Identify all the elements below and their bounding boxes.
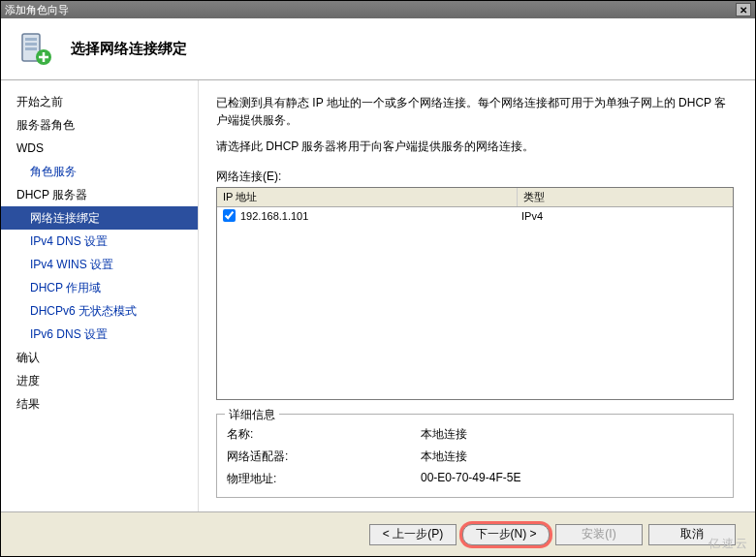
sidebar-item-3[interactable]: 角色服务: [1, 160, 198, 183]
row-ip: 192.168.1.101: [236, 210, 521, 222]
server-plus-icon: [16, 30, 55, 69]
sidebar-item-10[interactable]: IPv6 DNS 设置: [1, 323, 198, 346]
main-panel: 已检测到具有静态 IP 地址的一个或多个网络连接。每个网络连接都可用于为单独子网…: [199, 80, 755, 511]
wizard-window: 添加角色向导 ✕ 选择网络连接绑定 开始之前服务器角色WDS角色服务DHCP 服…: [0, 0, 756, 557]
detail-mac-value: 00-E0-70-49-4F-5E: [421, 471, 520, 487]
detail-name-value: 本地连接: [421, 426, 467, 443]
titlebar: 添加角色向导 ✕: [1, 1, 755, 18]
window-title: 添加角色向导: [5, 3, 69, 17]
sidebar-item-0[interactable]: 开始之前: [1, 90, 198, 113]
svg-rect-3: [25, 47, 37, 50]
sidebar-item-7[interactable]: IPv4 WINS 设置: [1, 253, 198, 276]
svg-rect-1: [25, 38, 37, 41]
detail-name-label: 名称:: [227, 426, 421, 443]
details-group: 名称: 本地连接 网络适配器: 本地连接 物理地址: 00-E0-70-49-4…: [216, 414, 734, 498]
install-button: 安装(I): [555, 524, 643, 545]
cancel-button[interactable]: 取消: [648, 524, 736, 545]
column-ip[interactable]: IP 地址: [217, 188, 518, 206]
row-type: IPv4: [521, 210, 729, 222]
sidebar-item-2[interactable]: WDS: [1, 137, 198, 160]
sidebar-item-5[interactable]: 网络连接绑定: [1, 206, 198, 230]
svg-rect-2: [25, 43, 37, 46]
network-connections-list[interactable]: IP 地址 类型 192.168.1.101IPv4: [216, 187, 734, 400]
connections-list-label: 网络连接(E):: [216, 169, 734, 185]
sidebar-item-9[interactable]: DHCPv6 无状态模式: [1, 299, 198, 323]
instruction-text: 请选择此 DHCP 服务器将用于向客户端提供服务的网络连接。: [216, 139, 734, 155]
sidebar-item-11[interactable]: 确认: [1, 346, 198, 369]
row-checkbox[interactable]: [223, 209, 236, 222]
column-type[interactable]: 类型: [518, 188, 733, 206]
wizard-footer: < 上一步(P) 下一步(N) > 安装(I) 取消: [1, 511, 755, 556]
previous-button[interactable]: < 上一步(P): [369, 524, 457, 545]
sidebar-item-13[interactable]: 结果: [1, 392, 198, 416]
detail-adapter-label: 网络适配器:: [227, 449, 421, 465]
detail-adapter-value: 本地连接: [421, 449, 467, 465]
sidebar-item-4[interactable]: DHCP 服务器: [1, 183, 198, 206]
detail-mac-label: 物理地址:: [227, 471, 421, 487]
sidebar-item-1[interactable]: 服务器角色: [1, 113, 198, 137]
next-button[interactable]: 下一步(N) >: [462, 524, 550, 545]
wizard-header: 选择网络连接绑定: [1, 18, 755, 80]
close-icon[interactable]: ✕: [736, 3, 751, 16]
table-row[interactable]: 192.168.1.101IPv4: [217, 207, 733, 224]
description-text: 已检测到具有静态 IP 地址的一个或多个网络连接。每个网络连接都可用于为单独子网…: [216, 94, 734, 129]
page-title: 选择网络连接绑定: [71, 40, 187, 58]
sidebar-item-6[interactable]: IPv4 DNS 设置: [1, 230, 198, 253]
sidebar: 开始之前服务器角色WDS角色服务DHCP 服务器网络连接绑定IPv4 DNS 设…: [1, 80, 199, 511]
sidebar-item-8[interactable]: DHCP 作用域: [1, 276, 198, 299]
list-header: IP 地址 类型: [217, 188, 733, 207]
sidebar-item-12[interactable]: 进度: [1, 369, 198, 392]
